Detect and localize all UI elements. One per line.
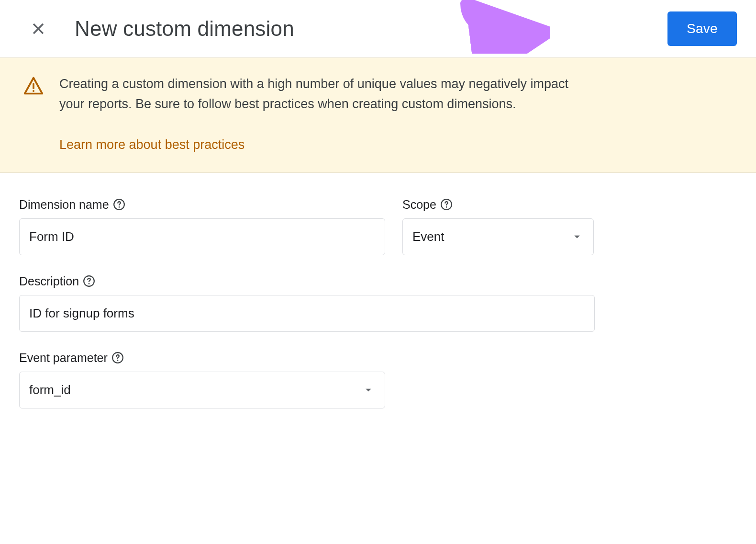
dialog-header: New custom dimension Save xyxy=(0,0,756,57)
event-parameter-select[interactable]: form_id xyxy=(19,372,385,408)
svg-point-3 xyxy=(33,90,34,92)
help-icon[interactable] xyxy=(440,198,453,211)
scope-field: Scope Event xyxy=(402,198,594,255)
svg-point-9 xyxy=(89,283,90,284)
dimension-name-input[interactable] xyxy=(19,218,385,255)
help-icon[interactable] xyxy=(83,275,95,287)
help-icon[interactable] xyxy=(111,351,124,364)
chevron-down-icon xyxy=(362,383,375,397)
save-button[interactable]: Save xyxy=(667,11,737,46)
description-label-text: Description xyxy=(19,274,79,288)
warning-icon xyxy=(23,75,44,96)
dimension-name-field: Dimension name xyxy=(19,198,385,255)
form-body: Dimension name Scope xyxy=(0,173,756,447)
warning-text: Creating a custom dimension with a high … xyxy=(59,74,586,114)
close-icon[interactable] xyxy=(28,18,49,39)
event-parameter-select-value: form_id xyxy=(29,383,71,397)
chevron-down-icon xyxy=(570,230,584,243)
svg-point-7 xyxy=(446,206,447,208)
scope-select-value: Event xyxy=(412,229,445,244)
scope-label-text: Scope xyxy=(402,198,436,212)
warning-banner: Creating a custom dimension with a high … xyxy=(0,57,756,173)
dimension-name-label-text: Dimension name xyxy=(19,198,109,212)
svg-point-5 xyxy=(118,206,120,208)
scope-label: Scope xyxy=(402,198,594,212)
description-field: Description xyxy=(19,274,595,332)
help-icon[interactable] xyxy=(113,198,125,211)
scope-select[interactable]: Event xyxy=(402,218,594,255)
description-label: Description xyxy=(19,274,595,288)
dimension-name-label: Dimension name xyxy=(19,198,385,212)
event-parameter-label-text: Event parameter xyxy=(19,351,108,365)
annotation-arrow-icon xyxy=(455,0,550,54)
page-title: New custom dimension xyxy=(75,17,294,41)
description-input[interactable] xyxy=(19,295,595,332)
svg-point-11 xyxy=(117,360,119,361)
best-practices-link[interactable]: Learn more about best practices xyxy=(59,137,245,152)
event-parameter-field: Event parameter form_id xyxy=(19,351,385,408)
event-parameter-label: Event parameter xyxy=(19,351,385,365)
